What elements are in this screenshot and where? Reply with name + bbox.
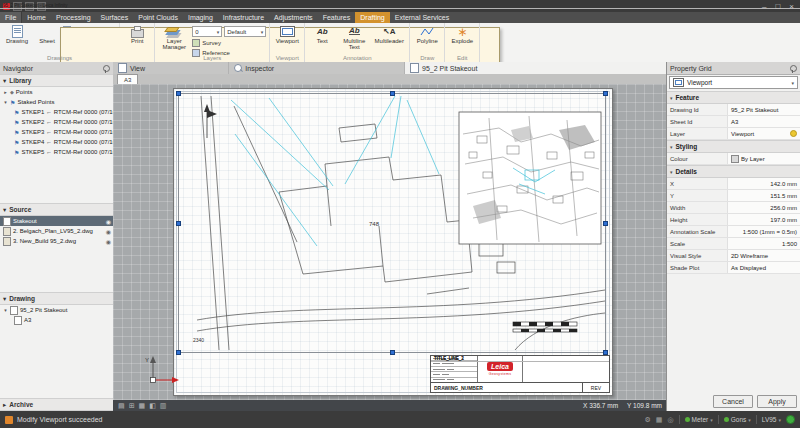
section-source[interactable]: ▾ Source bbox=[0, 203, 113, 216]
property-row-shade-plot[interactable]: Shade Plot As Displayed bbox=[667, 262, 800, 274]
tree-item-points[interactable]: ▸ ◆ Points bbox=[0, 87, 113, 97]
tree-item-stkep3[interactable]: ⚑ STKEP3 ← RTCM-Ref 0000 (07/16) bbox=[0, 127, 113, 137]
eye-icon[interactable]: ◉ bbox=[106, 218, 111, 225]
viewport-button[interactable]: Viewport bbox=[273, 24, 301, 44]
tab-point-clouds[interactable]: Point Clouds bbox=[133, 12, 183, 23]
property-row-y[interactable]: Y 151.5 mm bbox=[667, 190, 800, 202]
layer-visibility-icon[interactable] bbox=[790, 130, 797, 137]
viewport-handle[interactable] bbox=[603, 91, 608, 96]
section-library[interactable]: ▾ Library bbox=[0, 74, 113, 87]
tab-features[interactable]: Features bbox=[318, 12, 356, 23]
zoom-window-icon[interactable]: ⊞ bbox=[129, 401, 135, 411]
tab-file[interactable]: File bbox=[0, 12, 22, 23]
eye-icon[interactable]: ◉ bbox=[106, 228, 111, 235]
viewport-handle[interactable] bbox=[603, 221, 608, 226]
tab-external-services[interactable]: External Services bbox=[390, 12, 454, 23]
layer-manager-icon bbox=[164, 27, 180, 32]
close-button[interactable]: × bbox=[789, 2, 794, 11]
layout-icon[interactable]: ◧ bbox=[149, 401, 156, 411]
polyline-icon bbox=[420, 27, 434, 36]
survey-layer-toggle[interactable]: Survey bbox=[192, 38, 266, 47]
layer-style-select[interactable]: Default ▾ bbox=[224, 26, 266, 37]
viewport-handle[interactable] bbox=[390, 91, 395, 96]
section-styling[interactable]: ▾ Styling bbox=[667, 140, 800, 153]
viewport-handle[interactable] bbox=[176, 91, 181, 96]
colour-swatch bbox=[731, 155, 739, 163]
property-row-colour[interactable]: Colour By Layer bbox=[667, 153, 800, 165]
tree-item-stkep5[interactable]: ⚑ STKEP5 ← RTCM-Ref 0000 (07/16) bbox=[0, 147, 113, 157]
section-drawing[interactable]: ▾ Drawing bbox=[0, 292, 113, 305]
drawing-canvas[interactable]: 748 2340 bbox=[113, 84, 667, 400]
eye-icon[interactable]: ◉ bbox=[106, 238, 111, 245]
tab-infrastructure[interactable]: Infrastructure bbox=[218, 12, 269, 23]
canvas-toolbar: ▤ ⊞ ▦ ◧ ▥ X 336.7 mm Y 109.8 mm bbox=[113, 400, 667, 411]
tab-adjustments[interactable]: Adjustments bbox=[269, 12, 318, 23]
maximize-button[interactable]: □ bbox=[775, 2, 780, 11]
tree-item-belgach-plan[interactable]: 2. Belgach_Plan_LV95_2.dwg ◉ bbox=[0, 226, 113, 236]
cancel-button[interactable]: Cancel bbox=[713, 395, 753, 408]
tree-item-stkep2[interactable]: ⚑ STKEP2 ← RTCM-Ref 0000 (07/16) bbox=[0, 117, 113, 127]
tree-item-stkep1[interactable]: ⚑ STKEP1 ← RTCM-Ref 0000 (07/16) bbox=[0, 107, 113, 117]
angle-unit-select[interactable]: Gons ▾ bbox=[724, 416, 751, 423]
tree-item-staked-points[interactable]: ▾ ⚑ Staked Points bbox=[0, 97, 113, 107]
tab-imaging[interactable]: Imaging bbox=[183, 12, 218, 23]
viewport-selector[interactable]: Viewport ▾ bbox=[669, 76, 798, 89]
snap-toggle-icon[interactable]: ▥ bbox=[160, 401, 167, 411]
navigator-panel: Navigator ▾ Library ▸ ◆ Points ▾ ⚑ Stake… bbox=[0, 62, 114, 411]
text-button[interactable]: Ab Text bbox=[308, 24, 336, 44]
layer-select[interactable]: 0 ▾ bbox=[192, 26, 222, 37]
tree-item-stakeout[interactable]: Stakeout ◉ bbox=[0, 216, 113, 226]
tree-item-stkep4[interactable]: ⚑ STKEP4 ← RTCM-Ref 0000 (07/16) bbox=[0, 137, 113, 147]
multileader-button[interactable]: ↖A Multileader bbox=[372, 24, 406, 44]
scale-bar bbox=[513, 322, 577, 332]
viewport-handle[interactable] bbox=[176, 221, 181, 226]
viewport-handle[interactable] bbox=[390, 350, 395, 355]
gear-icon[interactable]: ⚙ bbox=[645, 415, 651, 425]
property-row-layer[interactable]: Layer Viewport bbox=[667, 128, 800, 140]
polyline-button[interactable]: Polyline bbox=[413, 24, 441, 44]
property-row-visual-style[interactable]: Visual Style 2D Wireframe bbox=[667, 250, 800, 262]
tab-home[interactable]: Home bbox=[22, 12, 51, 23]
save-icon[interactable] bbox=[13, 2, 22, 11]
tab-inspector[interactable]: Inspector bbox=[229, 62, 405, 74]
chevron-down-icon: ▾ bbox=[3, 307, 8, 313]
layer-manager-button[interactable]: Layer Manager bbox=[158, 24, 190, 50]
annotation-group-label: Annotation bbox=[305, 55, 409, 61]
pin-icon[interactable] bbox=[790, 65, 797, 72]
tab-processing[interactable]: Processing bbox=[51, 12, 96, 23]
property-row-annotation-scale[interactable]: Annotation Scale 1:500 (1mm = 0.5m) bbox=[667, 226, 800, 238]
apply-button[interactable]: Apply bbox=[757, 395, 797, 408]
grid-toggle-icon[interactable]: ▦ bbox=[139, 401, 146, 411]
drawing-button[interactable]: Drawing bbox=[3, 24, 31, 44]
property-row-scale[interactable]: Scale 1:500 bbox=[667, 238, 800, 250]
zoom-fit-icon[interactable]: ▤ bbox=[118, 401, 125, 411]
target-icon[interactable]: ◎ bbox=[667, 415, 673, 425]
section-feature[interactable]: ▾ Feature bbox=[667, 91, 800, 104]
explode-button[interactable]: ∗ Explode bbox=[448, 24, 476, 44]
crs-select[interactable]: LV95 ▾ bbox=[762, 416, 781, 423]
sheet-tab-a3[interactable]: A3 bbox=[117, 74, 138, 84]
tree-item-sheet-a3[interactable]: A3 bbox=[0, 315, 113, 325]
print-button[interactable]: Print bbox=[123, 24, 151, 44]
redo-icon[interactable] bbox=[37, 2, 46, 11]
sheet-button[interactable]: Sheet bbox=[33, 24, 61, 44]
property-row-x[interactable]: X 142.0 mm bbox=[667, 178, 800, 190]
tab-drafting[interactable]: Drafting bbox=[355, 12, 390, 23]
tree-item-new-build[interactable]: 3. New_Build 95_2.dwg ◉ bbox=[0, 236, 113, 246]
minimize-button[interactable]: – bbox=[762, 2, 766, 11]
pin-icon[interactable] bbox=[103, 65, 110, 72]
section-details[interactable]: ▾ Details bbox=[667, 165, 800, 178]
property-row-width[interactable]: Width 256.0 mm bbox=[667, 202, 800, 214]
section-archive[interactable]: ▸ Archive bbox=[0, 398, 113, 411]
tab-view[interactable]: View bbox=[113, 62, 229, 74]
tree-item-drawing-stakeout[interactable]: ▾ 95_2 Pit Stakeout bbox=[0, 305, 113, 315]
undo-icon[interactable] bbox=[25, 2, 34, 11]
grid-icon[interactable]: ▦ bbox=[656, 415, 663, 425]
viewport[interactable]: 748 2340 bbox=[178, 93, 606, 353]
tab-drawing-stakeout[interactable]: 95_2 Pit Stakeout bbox=[405, 62, 667, 74]
multiline-text-button[interactable]: Ab Multiline Text bbox=[338, 24, 370, 50]
tab-surfaces[interactable]: Surfaces bbox=[96, 12, 134, 23]
length-unit-select[interactable]: Meter ▾ bbox=[685, 416, 713, 423]
overview-inset-map bbox=[459, 112, 601, 244]
property-row-height[interactable]: Height 197.0 mm bbox=[667, 214, 800, 226]
